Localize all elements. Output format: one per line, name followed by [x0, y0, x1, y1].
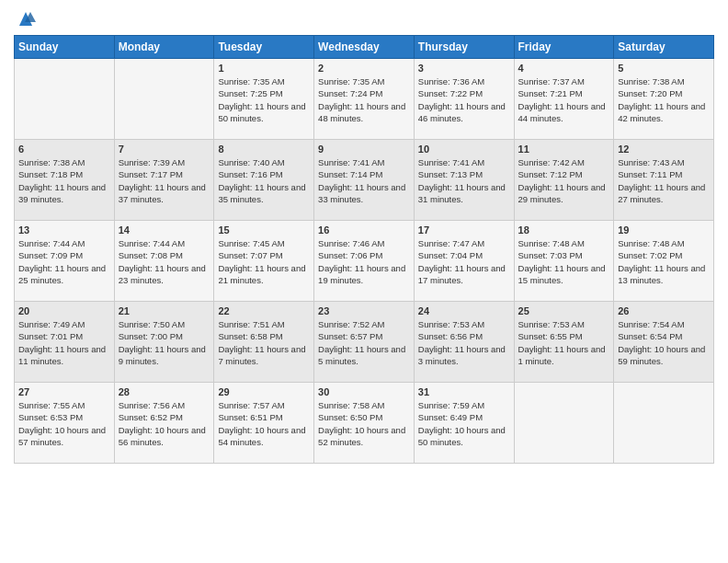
day-info: Sunrise: 7:48 AMSunset: 7:02 PMDaylight:… [618, 237, 710, 286]
calendar-cell: 22Sunrise: 7:51 AMSunset: 6:58 PMDayligh… [214, 302, 314, 383]
day-number: 12 [618, 144, 710, 155]
calendar-cell: 20Sunrise: 7:49 AMSunset: 7:01 PMDayligh… [15, 302, 115, 383]
day-number: 14 [119, 224, 210, 236]
calendar-cell: 29Sunrise: 7:57 AMSunset: 6:51 PMDayligh… [214, 383, 314, 464]
calendar-cell: 21Sunrise: 7:50 AMSunset: 7:00 PMDayligh… [114, 302, 214, 383]
day-info: Sunrise: 7:45 AMSunset: 7:07 PMDaylight:… [218, 237, 310, 286]
day-info: Sunrise: 7:57 AMSunset: 6:51 PMDaylight:… [218, 399, 310, 448]
day-header-sunday: Sunday [15, 36, 115, 59]
calendar-cell: 1Sunrise: 7:35 AMSunset: 7:25 PMDaylight… [214, 59, 314, 140]
day-number: 27 [18, 386, 110, 397]
calendar-cell: 10Sunrise: 7:41 AMSunset: 7:13 PMDayligh… [414, 140, 514, 221]
day-number: 9 [318, 144, 410, 155]
day-info: Sunrise: 7:59 AMSunset: 6:49 PMDaylight:… [418, 399, 510, 448]
day-info: Sunrise: 7:48 AMSunset: 7:03 PMDaylight:… [518, 237, 610, 286]
calendar-week-2: 6Sunrise: 7:38 AMSunset: 7:18 PMDaylight… [15, 140, 714, 221]
calendar-cell: 19Sunrise: 7:48 AMSunset: 7:02 PMDayligh… [614, 221, 714, 302]
day-header-friday: Friday [514, 36, 614, 59]
calendar-cell: 6Sunrise: 7:38 AMSunset: 7:18 PMDaylight… [15, 140, 115, 221]
calendar-cell: 26Sunrise: 7:54 AMSunset: 6:54 PMDayligh… [614, 302, 714, 383]
page-header [14, 9, 714, 28]
day-number: 29 [218, 386, 310, 397]
day-header-tuesday: Tuesday [214, 36, 314, 59]
calendar-header: SundayMondayTuesdayWednesdayThursdayFrid… [15, 36, 714, 59]
calendar-cell: 14Sunrise: 7:44 AMSunset: 7:08 PMDayligh… [114, 221, 214, 302]
calendar-cell: 23Sunrise: 7:52 AMSunset: 6:57 PMDayligh… [314, 302, 415, 383]
calendar-cell: 17Sunrise: 7:47 AMSunset: 7:04 PMDayligh… [414, 221, 514, 302]
day-number: 19 [618, 224, 710, 236]
calendar-cell: 24Sunrise: 7:53 AMSunset: 6:56 PMDayligh… [414, 302, 514, 383]
day-number: 26 [618, 305, 710, 316]
day-info: Sunrise: 7:38 AMSunset: 7:18 PMDaylight:… [18, 156, 110, 205]
day-number: 20 [18, 305, 110, 316]
day-header-thursday: Thursday [414, 36, 514, 59]
day-number: 7 [119, 144, 210, 155]
calendar-cell: 3Sunrise: 7:36 AMSunset: 7:22 PMDaylight… [414, 59, 514, 140]
calendar-week-5: 27Sunrise: 7:55 AMSunset: 6:53 PMDayligh… [15, 383, 714, 464]
calendar-cell: 2Sunrise: 7:35 AMSunset: 7:24 PMDaylight… [314, 59, 415, 140]
calendar-cell: 9Sunrise: 7:41 AMSunset: 7:14 PMDaylight… [314, 140, 415, 221]
day-info: Sunrise: 7:39 AMSunset: 7:17 PMDaylight:… [119, 156, 210, 205]
day-number: 28 [119, 386, 210, 397]
day-info: Sunrise: 7:51 AMSunset: 6:58 PMDaylight:… [218, 318, 310, 367]
calendar-cell [15, 59, 115, 140]
day-number: 11 [518, 144, 610, 155]
day-number: 8 [218, 144, 310, 155]
day-number: 22 [218, 305, 310, 316]
day-number: 5 [618, 63, 710, 74]
day-info: Sunrise: 7:46 AMSunset: 7:06 PMDaylight:… [318, 237, 410, 286]
day-info: Sunrise: 7:41 AMSunset: 7:14 PMDaylight:… [318, 156, 410, 205]
day-info: Sunrise: 7:56 AMSunset: 6:52 PMDaylight:… [119, 399, 210, 448]
day-info: Sunrise: 7:44 AMSunset: 7:08 PMDaylight:… [119, 237, 210, 286]
day-info: Sunrise: 7:42 AMSunset: 7:12 PMDaylight:… [518, 156, 610, 205]
calendar-week-1: 1Sunrise: 7:35 AMSunset: 7:25 PMDaylight… [15, 59, 714, 140]
day-info: Sunrise: 7:36 AMSunset: 7:22 PMDaylight:… [418, 75, 510, 124]
day-info: Sunrise: 7:58 AMSunset: 6:50 PMDaylight:… [318, 399, 410, 448]
day-number: 23 [318, 305, 410, 316]
calendar-cell [614, 383, 714, 464]
calendar-cell: 8Sunrise: 7:40 AMSunset: 7:16 PMDaylight… [214, 140, 314, 221]
day-number: 6 [18, 144, 110, 155]
calendar-cell: 18Sunrise: 7:48 AMSunset: 7:03 PMDayligh… [514, 221, 614, 302]
day-number: 13 [18, 224, 110, 236]
day-info: Sunrise: 7:41 AMSunset: 7:13 PMDaylight:… [418, 156, 510, 205]
day-number: 1 [218, 63, 310, 74]
calendar-cell: 28Sunrise: 7:56 AMSunset: 6:52 PMDayligh… [114, 383, 214, 464]
day-header-wednesday: Wednesday [314, 36, 415, 59]
calendar-cell: 31Sunrise: 7:59 AMSunset: 6:49 PMDayligh… [414, 383, 514, 464]
calendar-cell: 4Sunrise: 7:37 AMSunset: 7:21 PMDaylight… [514, 59, 614, 140]
day-info: Sunrise: 7:53 AMSunset: 6:55 PMDaylight:… [518, 318, 610, 367]
day-number: 24 [418, 305, 510, 316]
calendar-cell: 5Sunrise: 7:38 AMSunset: 7:20 PMDaylight… [614, 59, 714, 140]
day-info: Sunrise: 7:35 AMSunset: 7:24 PMDaylight:… [318, 75, 410, 124]
day-number: 10 [418, 144, 510, 155]
day-number: 17 [418, 224, 510, 236]
day-info: Sunrise: 7:38 AMSunset: 7:20 PMDaylight:… [618, 75, 710, 124]
calendar-cell: 25Sunrise: 7:53 AMSunset: 6:55 PMDayligh… [514, 302, 614, 383]
calendar-week-3: 13Sunrise: 7:44 AMSunset: 7:09 PMDayligh… [15, 221, 714, 302]
calendar-cell [114, 59, 214, 140]
day-header-monday: Monday [114, 36, 214, 59]
day-info: Sunrise: 7:53 AMSunset: 6:56 PMDaylight:… [418, 318, 510, 367]
day-info: Sunrise: 7:37 AMSunset: 7:21 PMDaylight:… [518, 75, 610, 124]
calendar-cell: 16Sunrise: 7:46 AMSunset: 7:06 PMDayligh… [314, 221, 415, 302]
calendar-cell: 13Sunrise: 7:44 AMSunset: 7:09 PMDayligh… [15, 221, 115, 302]
day-number: 25 [518, 305, 610, 316]
logo [14, 9, 36, 28]
calendar-cell: 30Sunrise: 7:58 AMSunset: 6:50 PMDayligh… [314, 383, 415, 464]
day-number: 4 [518, 63, 610, 74]
day-info: Sunrise: 7:52 AMSunset: 6:57 PMDaylight:… [318, 318, 410, 367]
day-info: Sunrise: 7:50 AMSunset: 7:00 PMDaylight:… [119, 318, 210, 367]
day-info: Sunrise: 7:54 AMSunset: 6:54 PMDaylight:… [618, 318, 710, 367]
day-info: Sunrise: 7:43 AMSunset: 7:11 PMDaylight:… [618, 156, 710, 205]
calendar-cell [514, 383, 614, 464]
day-number: 2 [318, 63, 410, 74]
calendar-cell: 7Sunrise: 7:39 AMSunset: 7:17 PMDaylight… [114, 140, 214, 221]
day-info: Sunrise: 7:49 AMSunset: 7:01 PMDaylight:… [18, 318, 110, 367]
day-info: Sunrise: 7:40 AMSunset: 7:16 PMDaylight:… [218, 156, 310, 205]
day-info: Sunrise: 7:44 AMSunset: 7:09 PMDaylight:… [18, 237, 110, 286]
calendar-cell: 12Sunrise: 7:43 AMSunset: 7:11 PMDayligh… [614, 140, 714, 221]
day-info: Sunrise: 7:35 AMSunset: 7:25 PMDaylight:… [218, 75, 310, 124]
day-info: Sunrise: 7:47 AMSunset: 7:04 PMDaylight:… [418, 237, 510, 286]
day-number: 21 [119, 305, 210, 316]
